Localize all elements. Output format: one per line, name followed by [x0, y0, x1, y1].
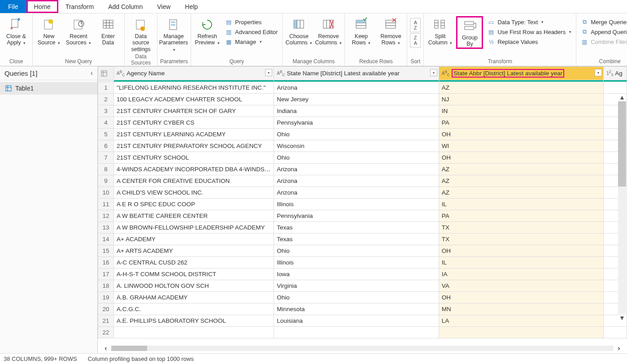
row-number[interactable]: 17 [98, 269, 114, 280]
cell[interactable] [604, 82, 627, 94]
replace-values-button[interactable]: ½Replace Values [486, 38, 573, 46]
first-row-headers-button[interactable]: ▤Use First Row as Headers [486, 28, 573, 36]
table-row[interactable]: 84-WINDS ACADEMY INCORPORATED DBA 4-WIND… [98, 164, 627, 175]
cell[interactable]: Arizona [274, 187, 439, 199]
row-number[interactable]: 22 [98, 327, 114, 338]
cell[interactable]: TX [439, 222, 604, 234]
enter-data-button[interactable]: EnterData [95, 16, 122, 46]
row-number[interactable]: 20 [98, 303, 114, 315]
manage-parameters-button[interactable]: ManageParameters [160, 16, 187, 52]
cell[interactable]: A W BROWN-FELLOWSHIP LEADERSHIP ACADEMY [114, 222, 274, 234]
cell[interactable]: 21ST CENTURY CYBER CS [114, 117, 274, 129]
cell[interactable]: "LIFELONG LEARNING RESEARCH INSTITUTE IN… [114, 82, 274, 94]
scroll-left-icon[interactable]: ‹ [102, 344, 109, 352]
cell[interactable]: Illinois [274, 199, 439, 210]
table-row[interactable]: 19A.B. GRAHAM ACADEMYOhioOH [98, 292, 627, 303]
menu-add-column[interactable]: Add Column [101, 0, 150, 13]
row-number[interactable]: 9 [98, 175, 114, 187]
combine-files-button[interactable]: ▥Combine Files [579, 38, 627, 46]
column-header[interactable]: ▾ABCState Abbr [District] Latest availab… [439, 67, 604, 80]
cell[interactable]: AZ [439, 187, 604, 199]
cell[interactable]: Wisconsin [274, 140, 439, 152]
cell[interactable]: VA [439, 280, 604, 292]
cell[interactable]: TX [439, 234, 604, 245]
row-number[interactable]: 4 [98, 117, 114, 129]
vertical-scrollbar[interactable]: ▲ ▼ [618, 93, 626, 322]
table-row[interactable]: 421ST CENTURY CYBER CSPennsylvaniaPA [98, 117, 627, 129]
table-row[interactable]: 1"LIFELONG LEARNING RESEARCH INSTITUTE I… [98, 82, 627, 94]
table-row[interactable]: 17A-H-S-T COMM SCHOOL DISTRICTIowaIA [98, 269, 627, 280]
scroll-up-icon[interactable]: ▲ [618, 93, 626, 101]
cell[interactable]: Arizona [274, 164, 439, 175]
cell[interactable]: Illinois [274, 257, 439, 269]
recent-sources-button[interactable]: RecentSources [65, 16, 92, 46]
cell[interactable]: OH [439, 292, 604, 303]
cell[interactable]: 21ST CENTURY PREPARATORY SCHOOL AGENCY [114, 140, 274, 152]
row-number[interactable]: 1 [98, 82, 114, 94]
cell[interactable]: OH [439, 129, 604, 140]
cell[interactable]: A.E. PHILLIPS LABORATORY SCHOOL [114, 315, 274, 327]
data-type-button[interactable]: ▭Data Type: Text [486, 18, 573, 26]
cell[interactable]: Pennsylvania [274, 210, 439, 222]
menu-transform[interactable]: Transform [58, 0, 101, 13]
refresh-preview-button[interactable]: RefreshPreview [194, 16, 221, 46]
cell[interactable]: 100 LEGACY ACADEMY CHARTER SCHOOL [114, 94, 274, 105]
cell[interactable]: AZ [439, 175, 604, 187]
cell[interactable]: MN [439, 303, 604, 315]
row-number[interactable]: 12 [98, 210, 114, 222]
cell[interactable]: New Jersey [274, 94, 439, 105]
append-queries-button[interactable]: ⧉Append Queries [579, 28, 627, 36]
choose-columns-button[interactable]: ChooseColumns [285, 16, 312, 46]
table-row[interactable]: 16A-C CENTRAL CUSD 262IllinoisIL [98, 257, 627, 269]
cell[interactable]: AZ [439, 82, 604, 94]
cell[interactable]: A-H-S-T COMM SCHOOL DISTRICT [114, 269, 274, 280]
row-number[interactable]: 3 [98, 105, 114, 117]
menu-file[interactable]: File [0, 0, 26, 13]
hscroll-thumb[interactable] [111, 346, 147, 351]
cell[interactable]: Indiana [274, 105, 439, 117]
cell[interactable]: 21ST CENTURY CHARTER SCH OF GARY [114, 105, 274, 117]
row-number[interactable]: 8 [98, 164, 114, 175]
row-number[interactable]: 19 [98, 292, 114, 303]
cell[interactable]: PA [439, 117, 604, 129]
row-number[interactable]: 13 [98, 222, 114, 234]
scroll-right-icon[interactable]: › [615, 344, 623, 352]
row-number[interactable]: 15 [98, 245, 114, 257]
cell[interactable]: A+ ACADEMY [114, 234, 274, 245]
table-row[interactable]: 18A. LINWOOD HOLTON GOV SCHVirginiaVA [98, 280, 627, 292]
cell[interactable]: Ohio [274, 129, 439, 140]
table-row[interactable]: 521ST CENTURY LEARNING ACADEMYOhioOH [98, 129, 627, 140]
cell[interactable]: Arizona [274, 175, 439, 187]
table-row[interactable]: 14A+ ACADEMYTexasTX [98, 234, 627, 245]
cell[interactable]: Iowa [274, 269, 439, 280]
collapse-sidebar-icon[interactable]: ‹ [91, 69, 93, 77]
row-number[interactable]: 16 [98, 257, 114, 269]
cell[interactable] [274, 327, 439, 338]
table-row[interactable]: 13A W BROWN-FELLOWSHIP LEADERSHIP ACADEM… [98, 222, 627, 234]
cell[interactable]: A.B. GRAHAM ACADEMY [114, 292, 274, 303]
manage-button[interactable]: ▦Manage [223, 38, 279, 46]
select-all-corner[interactable] [98, 67, 114, 80]
scroll-thumb[interactable] [618, 101, 626, 186]
cell[interactable]: A. LINWOOD HOLTON GOV SCH [114, 280, 274, 292]
cell[interactable]: A CENTER FOR CREATIVE EDUCATION [114, 175, 274, 187]
table-row[interactable]: 15A+ ARTS ACADEMYOhioOH [98, 245, 627, 257]
table-row[interactable]: 2100 LEGACY ACADEMY CHARTER SCHOOLNew Je… [98, 94, 627, 105]
sort-asc-button[interactable]: AZ [410, 18, 421, 32]
horizontal-scrollbar[interactable]: ‹ › [98, 343, 627, 353]
split-column-button[interactable]: SplitColumn [427, 16, 453, 46]
cell[interactable]: 21ST CENTURY SCHOOL [114, 152, 274, 164]
row-number[interactable]: 2 [98, 94, 114, 105]
cell[interactable]: 4-WINDS ACADEMY INCORPORATED DBA 4-WINDS… [114, 164, 274, 175]
properties-button[interactable]: ▤Properties [223, 18, 279, 26]
cell[interactable]: A CHILD'S VIEW SCHOOL INC. [114, 187, 274, 199]
merge-queries-button[interactable]: ⧉Merge Queries [579, 18, 627, 26]
row-number[interactable]: 7 [98, 152, 114, 164]
cell[interactable]: NJ [439, 94, 604, 105]
cell[interactable]: A W BEATTIE CAREER CENTER [114, 210, 274, 222]
table-row[interactable]: 12A W BEATTIE CAREER CENTERPennsylvaniaP… [98, 210, 627, 222]
cell[interactable]: WI [439, 140, 604, 152]
menu-help[interactable]: Help [178, 0, 205, 13]
advanced-editor-button[interactable]: ▥Advanced Editor [223, 28, 279, 36]
cell[interactable]: Ohio [274, 245, 439, 257]
